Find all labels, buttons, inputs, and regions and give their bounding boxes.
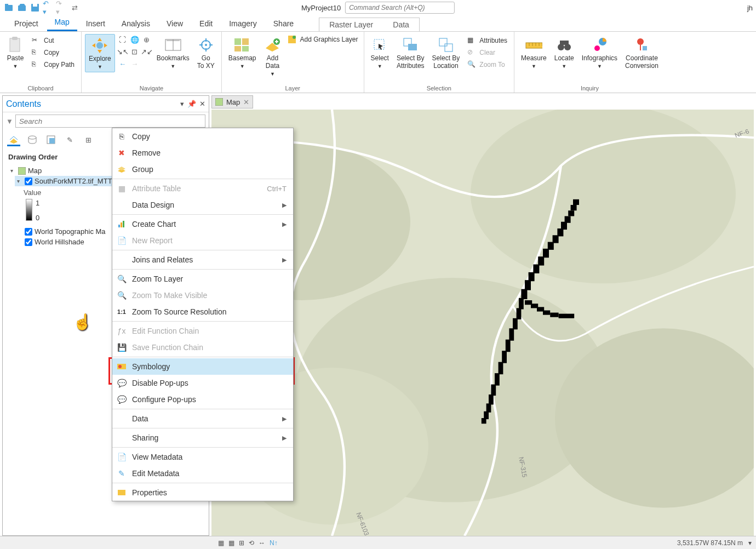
sb-icon[interactable]: ▦ bbox=[218, 539, 224, 547]
close-icon[interactable]: ✕ bbox=[199, 100, 205, 108]
cm-configure-popups[interactable]: 💬Configure Pop-ups bbox=[112, 391, 293, 408]
ribbon: Paste▼ ✂Cut ⎘Copy ⎘Copy Path Clipboard E… bbox=[0, 32, 756, 93]
attributes-button[interactable]: ▦Attributes bbox=[465, 35, 509, 46]
layer-checkbox[interactable] bbox=[25, 228, 32, 236]
context-tabs: Raster Layer Data bbox=[319, 18, 420, 31]
sb-icon[interactable]: ⟲ bbox=[249, 539, 254, 547]
map-view-tab[interactable]: Map ✕ bbox=[211, 95, 253, 108]
tab-map[interactable]: Map bbox=[47, 15, 77, 31]
sb-icon[interactable]: ↔ bbox=[259, 539, 265, 547]
svg-rect-75 bbox=[543, 310, 550, 314]
paste-button[interactable]: Paste▼ bbox=[3, 34, 27, 71]
list-by-source-icon[interactable] bbox=[26, 133, 39, 146]
sb-icon[interactable]: ▦ bbox=[228, 539, 234, 547]
chevron-right-icon: ▶ bbox=[282, 256, 287, 264]
coord-conversion-button[interactable]: Coordinate Conversion bbox=[622, 34, 662, 72]
qat-more-icon[interactable]: ⇄ bbox=[69, 2, 80, 13]
cm-remove[interactable]: ✖Remove bbox=[112, 145, 293, 161]
pane-options-icon[interactable]: ▾ bbox=[180, 100, 184, 108]
filter-icon[interactable]: ▼ bbox=[6, 117, 13, 125]
clear-button[interactable]: ⊘Clear bbox=[465, 47, 509, 58]
save-icon[interactable] bbox=[30, 2, 41, 13]
cm-create-chart[interactable]: Create Chart▶ bbox=[112, 216, 293, 232]
table-icon: ▦ bbox=[467, 36, 476, 45]
nav-arrow-grid[interactable]: ⛶🌐⊕ ↘↖⊡↗↙ ←→ bbox=[117, 34, 152, 69]
undo-icon[interactable]: ↶ ▾ bbox=[43, 2, 54, 13]
redo-icon[interactable]: ↷ ▾ bbox=[56, 2, 67, 13]
tab-edit[interactable]: Edit bbox=[192, 17, 220, 31]
tab-raster-layer[interactable]: Raster Layer bbox=[319, 18, 383, 31]
remove-icon: ✖ bbox=[117, 148, 127, 158]
cm-symbology[interactable]: Symbology bbox=[112, 358, 293, 375]
cut-button[interactable]: ✂Cut bbox=[30, 35, 77, 46]
cm-attribute-table: ▦Attribute TableCtrl+T bbox=[112, 180, 293, 197]
tab-imagery[interactable]: Imagery bbox=[221, 17, 265, 31]
goto-xy-button[interactable]: Go To XY bbox=[194, 34, 218, 72]
binoculars-icon bbox=[555, 36, 573, 54]
sb-icon[interactable]: N↑ bbox=[270, 539, 278, 547]
tab-analysis[interactable]: Analysis bbox=[114, 17, 158, 31]
layer-checkbox[interactable] bbox=[25, 238, 32, 246]
close-tab-icon[interactable]: ✕ bbox=[243, 98, 249, 106]
list-by-drawing-icon[interactable] bbox=[7, 133, 20, 146]
tab-view[interactable]: View bbox=[159, 17, 191, 31]
svg-rect-58 bbox=[521, 289, 527, 299]
svg-rect-35 bbox=[215, 98, 223, 106]
chart-icon bbox=[117, 219, 127, 229]
copy-path-button[interactable]: ⎘Copy Path bbox=[30, 59, 77, 70]
select-by-attributes-button[interactable]: Select By Attributes bbox=[393, 34, 428, 72]
svg-rect-12 bbox=[242, 38, 249, 45]
list-by-selection-icon[interactable] bbox=[44, 133, 58, 146]
measure-button[interactable]: Measure▼ bbox=[518, 34, 550, 71]
basemap-icon bbox=[233, 36, 251, 54]
cm-properties[interactable]: Properties bbox=[112, 484, 293, 501]
cm-group[interactable]: Group bbox=[112, 161, 293, 178]
svg-point-10 bbox=[205, 44, 207, 46]
add-data-button[interactable]: Add Data▼ bbox=[260, 34, 284, 79]
cm-disable-popups[interactable]: 💬Disable Pop-ups bbox=[112, 375, 293, 391]
cm-joins-relates[interactable]: Joins and Relates▶ bbox=[112, 251, 293, 268]
cm-edit-metadata[interactable]: ✎Edit Metadata bbox=[112, 465, 293, 482]
infographics-button[interactable]: Infographics▼ bbox=[579, 34, 621, 71]
project-title: MyProject10 bbox=[301, 4, 341, 12]
cm-sharing[interactable]: Sharing▶ bbox=[112, 430, 293, 446]
cm-data-design[interactable]: Data Design▶ bbox=[112, 197, 293, 213]
layer-checkbox[interactable] bbox=[25, 178, 32, 185]
bookmarks-button[interactable]: Bookmarks▼ bbox=[153, 34, 193, 71]
list-by-editing-icon[interactable]: ✎ bbox=[63, 133, 76, 146]
cm-data[interactable]: Data▶ bbox=[112, 410, 293, 427]
cm-zoom-to-layer[interactable]: 🔍Zoom To Layer bbox=[112, 271, 293, 287]
locate-button[interactable]: Locate▼ bbox=[551, 34, 577, 71]
command-search-input[interactable] bbox=[345, 2, 455, 14]
symbology-icon bbox=[117, 362, 127, 371]
tab-data[interactable]: Data bbox=[383, 18, 419, 31]
cm-zoom-source-res[interactable]: 1:1Zoom To Source Resolution bbox=[112, 304, 293, 320]
group-inquiry: Measure▼ Locate▼ Infographics▼ Coordinat… bbox=[514, 32, 665, 93]
cm-copy[interactable]: ⎘Copy bbox=[112, 128, 293, 145]
svg-rect-80 bbox=[121, 222, 122, 227]
tab-share[interactable]: Share bbox=[266, 17, 301, 31]
cm-view-metadata[interactable]: 📄View Metadata bbox=[112, 449, 293, 465]
tab-insert[interactable]: Insert bbox=[78, 17, 113, 31]
svg-rect-81 bbox=[123, 221, 124, 227]
explore-button[interactable]: Explore▼ bbox=[85, 34, 115, 72]
add-graphics-layer-button[interactable]: Add Graphics Layer bbox=[285, 34, 360, 45]
tab-project[interactable]: Project bbox=[7, 17, 46, 31]
select-button[interactable]: Select▼ bbox=[368, 34, 392, 71]
infographics-icon bbox=[591, 36, 608, 54]
sb-icon[interactable]: ⊞ bbox=[239, 539, 244, 547]
coords-dropdown-icon[interactable]: ▾ bbox=[748, 539, 752, 547]
new-project-icon[interactable] bbox=[3, 2, 14, 13]
select-by-location-button[interactable]: Select By Location bbox=[429, 34, 463, 72]
svg-rect-59 bbox=[519, 298, 524, 309]
copy-button[interactable]: ⎘Copy bbox=[30, 47, 77, 58]
zoom-to-button[interactable]: 🔍Zoom To bbox=[465, 59, 509, 70]
basemap-button[interactable]: Basemap▼ bbox=[225, 34, 260, 71]
group-label-layer: Layer bbox=[225, 84, 360, 92]
cut-icon: ✂ bbox=[32, 36, 41, 45]
chevron-right-icon: ▶ bbox=[282, 434, 287, 442]
contents-search-input[interactable] bbox=[15, 115, 205, 128]
list-by-snapping-icon[interactable]: ⊞ bbox=[82, 133, 95, 146]
open-icon[interactable] bbox=[16, 2, 27, 13]
pin-icon[interactable]: 📌 bbox=[187, 100, 196, 108]
